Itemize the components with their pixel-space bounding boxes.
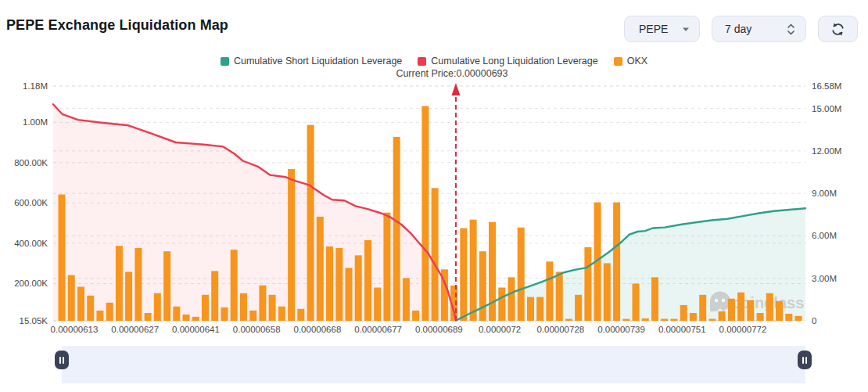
- okx-bar[interactable]: [708, 319, 716, 322]
- okx-bar[interactable]: [795, 316, 802, 321]
- okx-bar[interactable]: [690, 313, 697, 321]
- pause-icon: [802, 357, 804, 364]
- okx-bar[interactable]: [231, 250, 238, 321]
- okx-bar[interactable]: [479, 251, 486, 321]
- okx-bar[interactable]: [297, 309, 304, 321]
- refresh-button[interactable]: [818, 16, 858, 42]
- okx-bar[interactable]: [307, 125, 314, 321]
- okx-bar[interactable]: [546, 261, 553, 321]
- okx-bar[interactable]: [335, 248, 343, 321]
- liquidation-map-page: PEPE Exchange Liquidation Map PEPE 7 day: [0, 0, 868, 392]
- x-axis-labels: 0.000006130.000006270.000006410.00000658…: [51, 325, 767, 334]
- refresh-icon: [830, 22, 845, 37]
- okx-bar[interactable]: [766, 293, 773, 321]
- okx-bar[interactable]: [604, 263, 611, 321]
- okx-bar[interactable]: [59, 195, 66, 322]
- okx-bar[interactable]: [383, 213, 390, 321]
- okx-bar[interactable]: [671, 319, 678, 322]
- symbol-select[interactable]: PEPE: [624, 16, 700, 42]
- okx-bar[interactable]: [421, 106, 429, 322]
- okx-bar[interactable]: [470, 220, 477, 321]
- okx-bar[interactable]: [68, 275, 75, 321]
- okx-bar[interactable]: [364, 240, 371, 321]
- okx-bar[interactable]: [518, 228, 525, 321]
- zoom-handle-left[interactable]: [55, 351, 69, 369]
- period-select[interactable]: 7 day: [712, 16, 806, 42]
- okx-bar[interactable]: [96, 311, 103, 321]
- okx-bar[interactable]: [154, 293, 161, 321]
- okx-bar[interactable]: [680, 305, 687, 321]
- okx-bar[interactable]: [747, 300, 754, 321]
- okx-bar[interactable]: [776, 301, 783, 321]
- okx-bar[interactable]: [278, 307, 285, 321]
- okx-bar[interactable]: [575, 295, 582, 321]
- zoom-handle-right[interactable]: [798, 351, 812, 369]
- legend-item-cumulative-short[interactable]: Cumulative Short Liquidation Leverage: [221, 56, 402, 67]
- okx-bar[interactable]: [556, 272, 563, 321]
- okx-bar[interactable]: [183, 315, 190, 321]
- okx-bar[interactable]: [536, 297, 543, 321]
- okx-bar[interactable]: [106, 303, 113, 321]
- okx-bar[interactable]: [326, 246, 333, 321]
- okx-bar[interactable]: [221, 307, 228, 321]
- symbol-select-value: PEPE: [639, 23, 668, 35]
- okx-bar[interactable]: [374, 288, 381, 322]
- okx-bar[interactable]: [498, 288, 505, 322]
- okx-bar[interactable]: [135, 248, 142, 321]
- okx-bar[interactable]: [403, 278, 410, 321]
- okx-bar[interactable]: [269, 295, 276, 321]
- svg-text:200.00K: 200.00K: [14, 279, 48, 288]
- legend-item-okx[interactable]: OKX: [614, 56, 647, 67]
- okx-bar[interactable]: [527, 297, 534, 321]
- okx-bar[interactable]: [489, 222, 496, 321]
- svg-text:0.00000668: 0.00000668: [294, 325, 342, 334]
- okx-bar[interactable]: [163, 251, 170, 321]
- okx-bar[interactable]: [317, 217, 324, 321]
- okx-bar[interactable]: [633, 283, 640, 321]
- legend-label: Cumulative Long Liquidation Leverage: [431, 56, 597, 67]
- svg-text:16.58M: 16.58M: [812, 81, 841, 91]
- okx-bar[interactable]: [393, 137, 400, 321]
- okx-bar[interactable]: [565, 319, 572, 322]
- okx-bar[interactable]: [757, 313, 764, 321]
- legend: Cumulative Short Liquidation Leverage Cu…: [0, 56, 868, 67]
- zoom-range-track[interactable]: [62, 346, 805, 383]
- okx-bar[interactable]: [145, 313, 152, 321]
- okx-bar[interactable]: [719, 311, 726, 321]
- okx-bar[interactable]: [622, 319, 629, 322]
- okx-bar[interactable]: [173, 307, 180, 321]
- okx-bar[interactable]: [355, 255, 362, 321]
- okx-bar[interactable]: [584, 247, 591, 321]
- okx-bar[interactable]: [508, 277, 515, 321]
- left-axis-labels: 15.05K200.00K400.00K600.00K800.00K1.00M1…: [14, 81, 48, 325]
- okx-bar[interactable]: [87, 296, 94, 321]
- okx-bar[interactable]: [432, 188, 439, 321]
- okx-bar[interactable]: [249, 311, 256, 321]
- okx-bar[interactable]: [728, 299, 735, 321]
- okx-bar[interactable]: [661, 319, 668, 322]
- okx-bar[interactable]: [613, 203, 620, 321]
- legend-item-cumulative-long[interactable]: Cumulative Long Liquidation Leverage: [418, 56, 597, 67]
- okx-bar[interactable]: [412, 311, 419, 321]
- okx-bar[interactable]: [202, 295, 209, 321]
- okx-bar[interactable]: [642, 318, 649, 321]
- okx-bar[interactable]: [737, 293, 744, 321]
- okx-bar[interactable]: [288, 169, 295, 321]
- okx-bar[interactable]: [211, 271, 218, 321]
- okx-bar[interactable]: [651, 277, 658, 321]
- okx-bar[interactable]: [77, 287, 84, 322]
- okx-bar[interactable]: [192, 317, 199, 321]
- okx-bar[interactable]: [785, 314, 792, 321]
- svg-text:15.05K: 15.05K: [20, 316, 48, 325]
- liquidation-map-chart[interactable]: coinglassCurrent Price:0.0000069315.05K2…: [0, 67, 868, 349]
- page-title: PEPE Exchange Liquidation Map: [6, 17, 228, 34]
- okx-bar[interactable]: [699, 295, 706, 321]
- okx-bar[interactable]: [460, 228, 467, 321]
- okx-bar[interactable]: [116, 246, 123, 321]
- okx-bar[interactable]: [259, 286, 266, 321]
- okx-bar[interactable]: [346, 268, 353, 321]
- svg-text:3.00M: 3.00M: [812, 274, 837, 283]
- okx-bar[interactable]: [125, 272, 132, 321]
- okx-bar[interactable]: [240, 293, 247, 321]
- svg-text:0.00000613: 0.00000613: [51, 325, 99, 334]
